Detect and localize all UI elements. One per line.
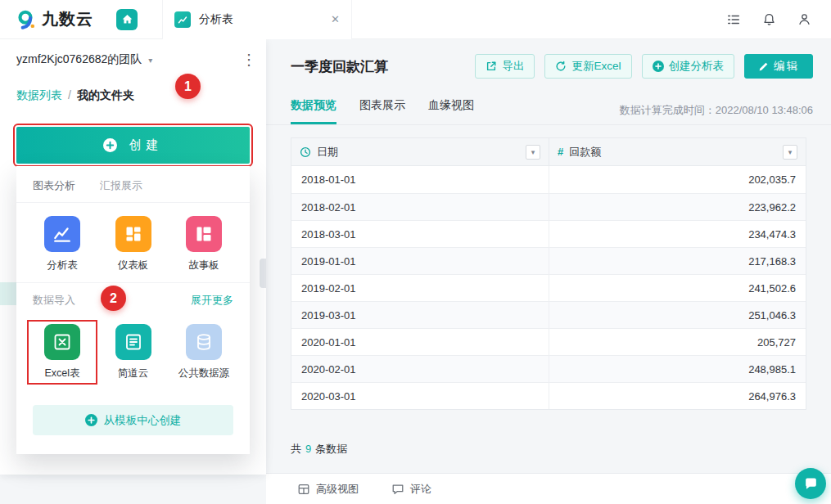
- summary-count: 9: [305, 443, 311, 455]
- table-row: 2020-01-01205,727: [291, 328, 806, 355]
- breadcrumb: 数据列表/我的文件夹: [16, 88, 134, 103]
- selected-row-strip: [0, 282, 16, 305]
- menu-item-public-datasource[interactable]: 公共数据源: [173, 324, 235, 380]
- compute-time-label: 数据计算完成时间：: [620, 104, 716, 116]
- home-icon: [121, 13, 133, 25]
- database-icon: [186, 324, 222, 360]
- data-table: 日期 ▾ # 回款额 ▾ 2018-01-01202,035.7 2018-02…: [291, 137, 806, 410]
- comment-label: 评论: [410, 482, 431, 497]
- menu-item-storyboard[interactable]: 故事板: [173, 216, 235, 272]
- column-header-amount[interactable]: # 回款额 ▾: [549, 138, 806, 165]
- create-menu: 图表分析 汇报展示 分析表 仪表板: [16, 166, 250, 454]
- export-label: 导出: [502, 59, 524, 74]
- team-selector[interactable]: yzmf2Kjc0762682的团队 ▾ ⋮: [16, 51, 261, 69]
- table-row: 2019-01-01217,168.3: [291, 247, 806, 274]
- summary-prefix: 共: [291, 443, 301, 455]
- table-row: 2018-03-01234,474.3: [291, 220, 806, 247]
- update-excel-label: 更新Excel: [571, 59, 621, 74]
- create-analysis-button[interactable]: 创建分析表: [642, 54, 735, 79]
- menu-item-label: 简道云: [118, 367, 149, 380]
- column-header-date[interactable]: 日期 ▾: [291, 138, 549, 165]
- chevron-down-icon: ▾: [148, 56, 152, 65]
- logo-text: 九数云: [42, 8, 93, 30]
- table-row: 2020-02-01248,985.1: [291, 355, 806, 382]
- left-panel: yzmf2Kjc0762682的团队 ▾ ⋮ 数据列表/我的文件夹 创建 1 图…: [0, 39, 266, 475]
- tab-lineage-view[interactable]: 血缘视图: [428, 98, 474, 124]
- menu-item-label: Excel表: [44, 367, 79, 380]
- table-row: 2020-03-01264,976.3: [291, 382, 806, 409]
- tab-chart-display[interactable]: 图表展示: [359, 98, 405, 124]
- breadcrumb-current: 我的文件夹: [77, 88, 134, 101]
- column-filter-button[interactable]: ▾: [526, 145, 540, 160]
- tab-analysis-sheet[interactable]: 分析表 ✕: [162, 0, 352, 39]
- create-button[interactable]: 创建: [16, 127, 250, 164]
- action-buttons: 导出 更新Excel 创建分析表 编辑: [475, 54, 813, 79]
- table-row: 2018-01-01202,035.7: [291, 166, 806, 193]
- logo[interactable]: 九数云: [15, 8, 93, 30]
- menu-item-jiandaoyun[interactable]: 简道云: [102, 324, 165, 380]
- logo-icon: [15, 9, 36, 30]
- cell-value: 234,474.3: [549, 221, 806, 247]
- create-button-label: 创建: [124, 137, 164, 153]
- clock-icon: [300, 146, 311, 158]
- dashboard-icon: [115, 216, 151, 252]
- cell-value: 223,962.2: [549, 194, 806, 220]
- grid-view-icon: [297, 483, 310, 496]
- cell-value: 217,168.3: [549, 248, 806, 274]
- menu-tab-chart-analysis[interactable]: 图表分析: [33, 178, 75, 193]
- menu-item-label: 故事板: [188, 259, 219, 272]
- column-label: 日期: [317, 145, 338, 160]
- chat-icon: [803, 476, 819, 492]
- export-button[interactable]: 导出: [475, 54, 535, 79]
- panel-collapse-handle[interactable]: [260, 259, 266, 288]
- cell-date: 2019-03-01: [291, 302, 549, 328]
- team-name: yzmf2Kjc0762682的团队: [16, 52, 142, 67]
- cell-value: 264,976.3: [549, 383, 806, 409]
- row-count-summary: 共9条数据: [291, 442, 347, 457]
- table-row: 2019-02-01241,502.6: [291, 274, 806, 301]
- topbar-actions: [726, 12, 811, 27]
- table-body: 2018-01-01202,035.7 2018-02-01223,962.2 …: [291, 166, 806, 409]
- annotation-step-2: 2: [101, 286, 126, 311]
- cell-date: 2020-03-01: [291, 383, 549, 409]
- cell-date: 2019-01-01: [291, 248, 549, 274]
- menu-item-dashboard[interactable]: 仪表板: [102, 216, 165, 272]
- create-menu-tabs: 图表分析 汇报展示: [16, 166, 250, 203]
- template-center-button[interactable]: 从模板中心创建: [33, 405, 233, 435]
- menu-item-label: 公共数据源: [178, 367, 230, 380]
- update-excel-button[interactable]: 更新Excel: [544, 54, 631, 79]
- tab-data-preview[interactable]: 数据预览: [291, 98, 336, 124]
- menu-item-excel[interactable]: Excel表: [31, 324, 93, 380]
- expand-more-link[interactable]: 展开更多: [191, 293, 233, 308]
- column-label: 回款额: [569, 145, 601, 160]
- main-header: 一季度回款汇算 导出 更新Excel 创建分析表 编辑: [291, 54, 813, 79]
- cell-value: 251,046.3: [549, 302, 806, 328]
- more-menu-icon[interactable]: ⋮: [237, 51, 261, 69]
- edit-button[interactable]: 编辑: [744, 54, 813, 79]
- compute-time-value: 2022/08/10 13:48:06: [716, 104, 813, 116]
- plus-circle-icon: [85, 414, 97, 426]
- analysis-sheet-icon: [44, 216, 80, 252]
- app-window: 九数云 分析表 ✕ y: [0, 0, 831, 504]
- cell-date: 2018-02-01: [291, 194, 549, 220]
- annotation-step-1: 1: [175, 74, 201, 99]
- bell-icon[interactable]: [762, 12, 776, 26]
- comment-button[interactable]: 评论: [391, 482, 431, 497]
- breadcrumb-root[interactable]: 数据列表: [16, 88, 62, 101]
- bottom-toolbar: 高级视图 评论: [266, 473, 831, 504]
- home-button[interactable]: [116, 9, 138, 30]
- menu-tab-report-display[interactable]: 汇报展示: [100, 178, 142, 193]
- template-center-label: 从模板中心创建: [104, 413, 182, 428]
- summary-suffix: 条数据: [315, 443, 347, 455]
- cell-value: 205,727: [549, 329, 806, 355]
- chat-fab-button[interactable]: [795, 468, 826, 499]
- advanced-view-button[interactable]: 高级视图: [297, 482, 359, 497]
- excel-icon: [44, 324, 80, 360]
- user-icon[interactable]: [797, 12, 811, 26]
- menu-item-analysis-sheet[interactable]: 分析表: [31, 216, 93, 272]
- task-list-icon[interactable]: [726, 12, 741, 27]
- column-filter-button[interactable]: ▾: [783, 145, 797, 160]
- edit-label: 编辑: [774, 59, 799, 74]
- table-header: 日期 ▾ # 回款额 ▾: [291, 138, 806, 166]
- close-icon[interactable]: ✕: [331, 13, 340, 25]
